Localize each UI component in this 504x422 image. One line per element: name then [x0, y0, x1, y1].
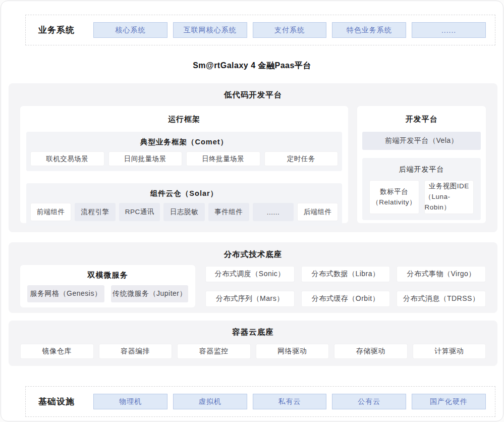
solar-chip-more: ...... [253, 203, 294, 221]
solar-chip-rpc: RPC通讯 [119, 203, 160, 221]
solar-component-title: 组件云仓（Solar） [30, 189, 338, 198]
solar-chip-process-engine: 流程引擎 [75, 203, 116, 221]
backend-dev-platform-title: 后端开发平台 [369, 165, 474, 174]
comet-framework-panel: 典型业务框架（Comet） 联机交易场景 日间批量场景 日终批量场景 定时任务 [26, 132, 342, 171]
jupiter-microservice-chip: 传统微服务（Jupiter） [111, 285, 188, 302]
lowcode-body: 运行框架 典型业务框架（Comet） 联机交易场景 日间批量场景 日终批量场景 … [20, 106, 486, 223]
comet-scenario-eod-batch: 日终批量场景 [186, 151, 260, 166]
business-system-chip-featured: 特色业务系统 [332, 22, 406, 38]
comet-framework-title: 典型业务框架（Comet） [30, 137, 338, 147]
distributed-data-libra: 分布式数据（Libra） [301, 266, 390, 282]
business-system-chip-more: ...... [412, 22, 486, 38]
relativity-platform-codename: （Relativity） [372, 197, 416, 208]
business-system-chip-internet-core: 互联网核心系统 [173, 22, 247, 38]
relativity-platform-name: 数标平台 [380, 187, 408, 197]
business-systems-label: 业务系统 [38, 24, 88, 36]
comet-scenario-intraday-batch: 日间批量场景 [108, 151, 183, 166]
comet-scenario-online-trade: 联机交易场景 [30, 151, 104, 166]
lowcode-section-title: 低代码开发平台 [20, 90, 486, 100]
distributed-message-tdrss: 分布式消息（TDRSS） [397, 291, 486, 307]
relativity-platform-box: 数标平台 （Relativity） [369, 180, 419, 214]
platform-title: Sm@rtGalaxy 4 金融Paas平台 [1, 61, 503, 72]
runtime-framework-panel: 运行框架 典型业务框架（Comet） 联机交易场景 日间批量场景 日终批量场景 … [20, 106, 348, 223]
container-monitoring-box: 容器监控 [177, 344, 251, 359]
lowcode-section: 低代码开发平台 运行框架 典型业务框架（Comet） 联机交易场景 日间批量场景… [9, 83, 497, 232]
luna-robin-ide-name: 业务视图IDE [429, 181, 469, 192]
business-system-chip-core: 核心系统 [93, 22, 167, 38]
infrastructure-chip-virtual-machine: 虚拟机 [173, 394, 247, 409]
distributed-scheduler-sonic: 分布式调度（Sonic） [205, 266, 295, 282]
solar-chip-event-component: 事件组件 [208, 203, 249, 221]
screenshot-stage: 业务系统 核心系统 互联网核心系统 支付系统 特色业务系统 ...... Sm@… [0, 0, 504, 422]
container-orchestration-box: 容器编排 [99, 344, 173, 359]
business-systems-row: 业务系统 核心系统 互联网核心系统 支付系统 特色业务系统 ...... [25, 15, 495, 45]
runtime-framework-title: 运行框架 [26, 115, 342, 124]
network-driver-box: 网络驱动 [256, 344, 329, 359]
architecture-diagram-page: 业务系统 核心系统 互联网核心系统 支付系统 特色业务系统 ...... Sm@… [1, 1, 503, 421]
distributed-base-title: 分布式技术底座 [20, 249, 486, 259]
dev-platform-panel: 开发平台 前端开发平台（Vela） 后端开发平台 数标平台 （Relativit… [357, 106, 486, 223]
distributed-cache-orbit: 分布式缓存（Orbit） [301, 291, 390, 307]
solar-component-row: 前端组件 流程引擎 RPC通讯 日志脱敏 事件组件 ...... 后端组件 [30, 203, 338, 221]
container-cloud-title: 容器云底座 [20, 327, 486, 337]
infrastructure-chip-physical-machine: 物理机 [93, 394, 167, 409]
dev-platform-title: 开发平台 [362, 115, 481, 124]
backend-dev-platform-panel: 后端开发平台 数标平台 （Relativity） 业务视图IDE （Luna-R… [362, 158, 481, 220]
distributed-body: 双模微服务 服务网格（Genesis） 传统微服务（Jupiter） 分布式调度… [20, 265, 486, 307]
storage-driver-box: 存储驱动 [334, 344, 408, 359]
comet-scenario-scheduled-task: 定时任务 [264, 151, 339, 166]
compute-driver-box: 计算驱动 [413, 344, 486, 359]
infrastructure-chip-private-cloud: 私有云 [253, 394, 327, 409]
container-cloud-row: 镜像仓库 容器编排 容器监控 网络驱动 存储驱动 计算驱动 [20, 344, 486, 359]
dual-mode-microservice-title: 双模微服务 [27, 271, 188, 280]
business-system-chip-payment: 支付系统 [253, 22, 327, 38]
dual-mode-microservice-panel: 双模微服务 服务网格（Genesis） 传统微服务（Jupiter） [20, 265, 195, 307]
solar-component-panel: 组件云仓（Solar） 前端组件 流程引擎 RPC通讯 日志脱敏 事件组件 ..… [26, 183, 342, 226]
dual-mode-microservice-row: 服务网格（Genesis） 传统微服务（Jupiter） [27, 285, 188, 302]
infrastructure-chip-domestic-hardware: 国产化硬件 [412, 394, 486, 409]
distributed-transaction-virgo: 分布式事物（Virgo） [397, 266, 486, 282]
container-cloud-section: 容器云底座 镜像仓库 容器编排 容器监控 网络驱动 存储驱动 计算驱动 [9, 321, 497, 366]
genesis-service-mesh-chip: 服务网格（Genesis） [27, 285, 104, 302]
solar-chip-log-masking: 日志脱敏 [163, 203, 204, 221]
infrastructure-chip-public-cloud: 公有云 [332, 394, 406, 409]
solar-frontend-component: 前端组件 [30, 203, 71, 221]
infrastructure-label: 基础设施 [38, 396, 88, 407]
solar-backend-component: 后端组件 [297, 203, 338, 221]
backend-dev-platform-row: 数标平台 （Relativity） 业务视图IDE （Luna-Robin） [369, 180, 474, 214]
distributed-base-section: 分布式技术底座 双模微服务 服务网格（Genesis） 传统微服务（Jupite… [9, 242, 497, 313]
comet-scenario-row: 联机交易场景 日间批量场景 日终批量场景 定时任务 [30, 151, 338, 166]
infrastructure-row: 基础设施 物理机 虚拟机 私有云 公有云 国产化硬件 [25, 386, 495, 417]
luna-robin-ide-codename: （Luna-Robin） [425, 192, 474, 213]
luna-robin-ide-box: 业务视图IDE （Luna-Robin） [424, 180, 474, 214]
image-registry-box: 镜像仓库 [20, 344, 94, 359]
vela-frontend-platform-chip: 前端开发平台（Vela） [362, 132, 481, 150]
distributed-sequence-mars: 分布式序列（Mars） [205, 291, 295, 307]
distributed-capability-grid: 分布式调度（Sonic） 分布式数据（Libra） 分布式事物（Virgo） 分… [205, 265, 486, 307]
